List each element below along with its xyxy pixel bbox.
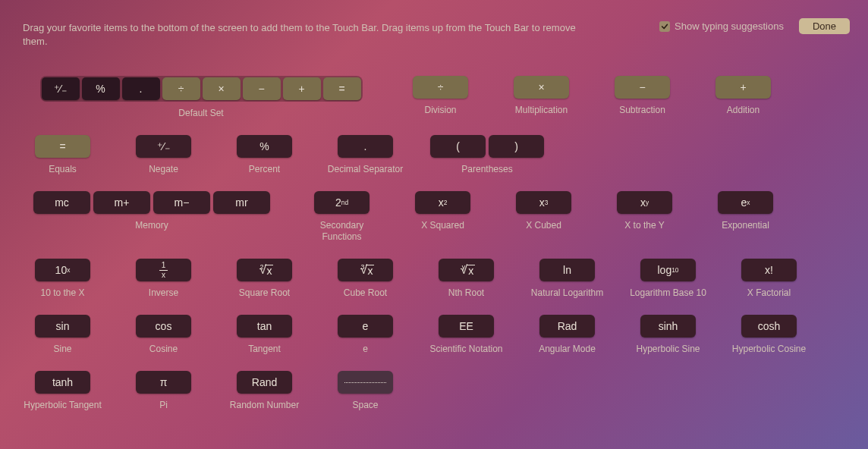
key-minus-default[interactable]: − (243, 77, 281, 100)
item-percent[interactable]: % Percent (225, 135, 304, 174)
key-x-cubed[interactable]: x3 (516, 191, 571, 214)
key-negate[interactable]: ⁺⁄₋ (136, 135, 191, 158)
key-e[interactable]: e (338, 315, 393, 338)
key-decimal[interactable]: . (338, 135, 393, 158)
item-natural-log[interactable]: ln Natural Logarithm (527, 259, 607, 298)
item-x-cubed[interactable]: x3 X Cubed (504, 191, 583, 231)
key-percent-default[interactable]: % (82, 77, 120, 100)
key-10-to-x[interactable]: 10x (35, 259, 90, 281)
item-hyperbolic-cosine[interactable]: cosh Hyperbolic Cosine (729, 315, 809, 354)
key-open-paren[interactable]: ( (430, 135, 486, 158)
item-memory[interactable]: mc m+ m− mr Memory (23, 191, 281, 231)
item-x-to-y[interactable]: xy X to the Y (605, 191, 684, 231)
key-equals[interactable]: = (35, 135, 90, 158)
item-nth-root[interactable]: y √x Nth Root (426, 259, 506, 298)
item-sine[interactable]: sin Sine (23, 315, 102, 354)
item-multiplication[interactable]: × Multiplication (502, 76, 581, 115)
item-square-root[interactable]: 2 √x Square Root (225, 259, 304, 298)
item-subtraction[interactable]: − Subtraction (602, 76, 682, 115)
item-cube-root[interactable]: 3 √x Cube Root (326, 259, 405, 298)
label-e: e (363, 344, 368, 354)
label-secondary: Secondary Functions (302, 220, 382, 242)
key-sin[interactable]: sin (35, 315, 90, 338)
fraction-icon: 1 x (159, 262, 168, 279)
label-tan: Tangent (248, 344, 281, 354)
key-inverse[interactable]: 1 x (136, 259, 191, 281)
key-log-10[interactable]: log10 (640, 259, 696, 281)
key-2nd[interactable]: 2nd (314, 191, 370, 214)
key-cosh[interactable]: cosh (741, 315, 797, 338)
item-default-set[interactable]: ⁺⁄₋ % . ÷ × − + = Default Set (23, 76, 379, 118)
label-cos: Cosine (149, 344, 178, 354)
key-multiply-default[interactable]: × (203, 77, 241, 100)
item-hyperbolic-tangent[interactable]: tanh Hyperbolic Tangent (23, 371, 102, 410)
label-cube-root: Cube Root (344, 287, 387, 298)
label-parentheses: Parentheses (461, 164, 512, 174)
item-angular-mode[interactable]: Rad Angular Mode (527, 315, 607, 354)
key-decimal-default[interactable]: . (122, 77, 160, 100)
key-pi[interactable]: π (136, 371, 191, 394)
label-rand: Random Number (230, 400, 299, 410)
key-x-to-y[interactable]: xy (617, 191, 672, 214)
item-equals[interactable]: = Equals (23, 135, 102, 174)
key-nth-root[interactable]: y √x (439, 259, 494, 281)
item-log-10[interactable]: log10 Logarithm Base 10 (628, 259, 708, 298)
key-mc[interactable]: mc (33, 191, 90, 214)
key-rand[interactable]: Rand (237, 371, 292, 394)
item-negate[interactable]: ⁺⁄₋ Negate (124, 135, 203, 174)
item-10-to-x[interactable]: 10x 10 to the X (23, 259, 102, 298)
item-pi[interactable]: π Pi (124, 371, 203, 410)
key-x-squared[interactable]: x2 (415, 191, 470, 214)
item-space[interactable]: Space (326, 371, 405, 410)
item-e-constant[interactable]: e e (326, 315, 405, 354)
space-icon (344, 382, 386, 383)
item-tangent[interactable]: tan Tangent (225, 315, 304, 354)
label-percent: Percent (249, 164, 280, 174)
done-button[interactable]: Done (799, 18, 850, 34)
item-scientific-notation[interactable]: EE Scientific Notation (426, 315, 506, 354)
key-divide-default[interactable]: ÷ (162, 77, 200, 100)
key-sinh[interactable]: sinh (640, 315, 696, 338)
key-percent[interactable]: % (237, 135, 292, 158)
key-m-minus[interactable]: m− (153, 191, 210, 214)
item-addition[interactable]: + Addition (703, 76, 783, 115)
paren-group: ( ) (430, 135, 544, 158)
item-division[interactable]: ÷ Division (401, 76, 480, 115)
item-cosine[interactable]: cos Cosine (124, 315, 203, 354)
key-space[interactable] (338, 371, 393, 394)
key-plus-default[interactable]: + (283, 77, 321, 100)
checkbox-icon (659, 21, 670, 32)
key-tan[interactable]: tan (237, 315, 292, 338)
key-tanh[interactable]: tanh (35, 371, 90, 394)
key-negate-default[interactable]: ⁺⁄₋ (42, 77, 80, 100)
key-m-plus[interactable]: m+ (93, 191, 150, 214)
key-mr[interactable]: mr (213, 191, 270, 214)
label-x-factorial: X Factorial (747, 287, 791, 298)
item-decimal-separator[interactable]: . Decimal Separator (326, 135, 405, 174)
key-ee[interactable]: EE (439, 315, 494, 338)
key-x-factorial[interactable]: x! (741, 259, 797, 281)
key-addition[interactable]: + (715, 76, 771, 99)
item-inverse[interactable]: 1 x Inverse (124, 259, 203, 298)
key-ln[interactable]: ln (539, 259, 595, 281)
key-cube-root[interactable]: 3 √x (338, 259, 393, 281)
key-close-paren[interactable]: ) (489, 135, 544, 158)
key-e-to-x[interactable]: ex (718, 191, 773, 214)
key-square-root[interactable]: 2 √x (237, 259, 292, 281)
key-subtraction[interactable]: − (615, 76, 670, 99)
label-ee: Scientific Notation (429, 344, 502, 354)
key-equals-default[interactable]: = (323, 77, 361, 100)
item-x-squared[interactable]: x2 X Squared (403, 191, 483, 231)
item-exponential[interactable]: ex Exponential (706, 191, 785, 231)
item-secondary-functions[interactable]: 2nd Secondary Functions (302, 191, 382, 242)
item-random-number[interactable]: Rand Random Number (225, 371, 304, 410)
item-hyperbolic-sine[interactable]: sinh Hyperbolic Sine (628, 315, 708, 354)
item-parentheses[interactable]: ( ) Parentheses (426, 135, 548, 174)
key-cos[interactable]: cos (136, 315, 191, 338)
key-division[interactable]: ÷ (413, 76, 468, 99)
show-typing-suggestions-checkbox[interactable]: Show typing suggestions (659, 20, 784, 32)
label-subtraction: Subtraction (619, 105, 665, 115)
item-x-factorial[interactable]: x! X Factorial (729, 259, 809, 298)
key-rad[interactable]: Rad (539, 315, 595, 338)
key-multiplication[interactable]: × (514, 76, 569, 99)
